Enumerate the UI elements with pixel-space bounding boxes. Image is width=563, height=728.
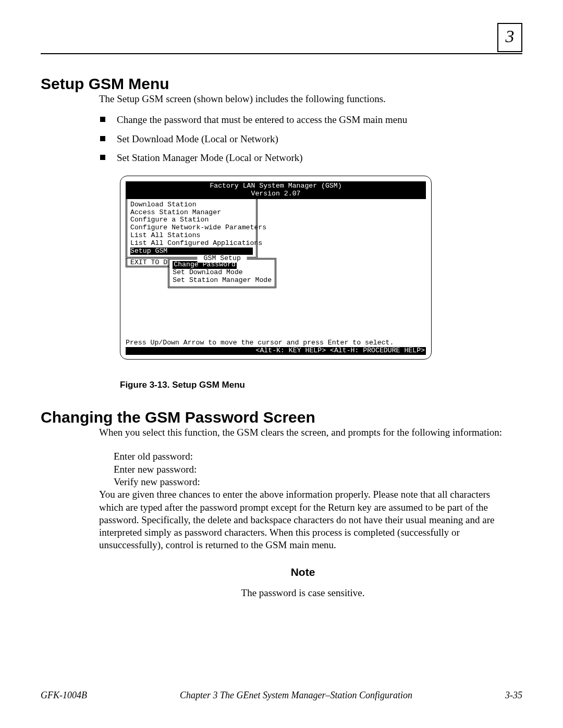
- terminal-title-line2: Version 2.07: [251, 190, 301, 198]
- heading-setup-gsm-menu: Setup GSM Menu: [41, 75, 522, 93]
- terminal-help-line: Press Up/Down Arrow to move the cursor a…: [126, 339, 426, 347]
- terminal-exit-label: EXIT TO D: [126, 258, 169, 267]
- heading-changing-password: Changing the GSM Password Screen: [41, 409, 522, 426]
- terminal-screenshot: Factory LAN System Manager (GSM)Version …: [120, 176, 432, 360]
- menu-item-selected: Setup GSM: [130, 248, 253, 255]
- bullet-item: Set Download Mode (Local or Network): [99, 133, 507, 145]
- terminal-footer: <Alt-K: KEY HELP> <Alt-H: PROCEDURE HELP…: [126, 347, 426, 355]
- section2-paragraph: You are given three chances to enter the…: [99, 488, 507, 552]
- terminal-submenu: GSM Setup Change Password Set Download M…: [168, 258, 276, 288]
- page: 3 Setup GSM Menu The Setup GSM screen (s…: [0, 0, 563, 728]
- note-body: The password is case sensitive.: [99, 587, 507, 599]
- menu-item: List All Stations: [130, 232, 253, 240]
- section1-body: The Setup GSM screen (shown below) inclu…: [99, 93, 507, 391]
- prompt-line: Verify new password:: [114, 476, 507, 488]
- menu-item: Configure a Station: [130, 216, 253, 224]
- bullet-item: Change the password that must be entered…: [99, 114, 507, 126]
- menu-item: Configure Network-wide Parameters: [130, 224, 253, 232]
- header-rule: [41, 53, 522, 54]
- section2-intro: When you select this function, the GSM c…: [99, 426, 507, 439]
- terminal-sub-row: EXIT TO D GSM Setup Change Password Set …: [126, 258, 426, 288]
- menu-item: Download Station: [130, 201, 253, 209]
- terminal-gap: [126, 288, 426, 338]
- terminal-title: Factory LAN System Manager (GSM)Version …: [126, 181, 426, 199]
- submenu-item: Set Download Mode: [173, 269, 272, 277]
- page-footer: GFK-1004B Chapter 3 The GEnet System Man…: [41, 690, 522, 701]
- footer-right: 3-35: [505, 690, 522, 701]
- password-prompts: Enter old password: Enter new password: …: [114, 450, 507, 488]
- section2-body: When you select this function, the GSM c…: [99, 426, 507, 599]
- submenu-item: Set Station Manager Mode: [173, 277, 272, 285]
- terminal-title-line1: Factory LAN System Manager (GSM): [210, 182, 341, 190]
- section-setup-gsm-menu: Setup GSM Menu The Setup GSM screen (sho…: [41, 75, 522, 391]
- menu-item: Access Station Manager: [130, 209, 253, 217]
- section1-intro: The Setup GSM screen (shown below) inclu…: [99, 93, 507, 105]
- chapter-number-box: 3: [497, 23, 522, 52]
- section1-bullets: Change the password that must be entered…: [99, 114, 507, 164]
- figure-caption: Figure 3-13. Setup GSM Menu: [120, 379, 507, 391]
- footer-center: Chapter 3 The GEnet System Manager–Stati…: [87, 690, 505, 701]
- terminal-main-menu: Download Station Access Station Manager …: [126, 199, 258, 258]
- submenu-title: GSM Setup: [198, 255, 247, 263]
- menu-item: List All Configured Applications: [130, 240, 253, 248]
- prompt-line: Enter new password:: [114, 463, 507, 476]
- note-heading: Note: [99, 565, 507, 579]
- footer-left: GFK-1004B: [41, 690, 87, 701]
- bullet-item: Set Station Manager Mode (Local or Netwo…: [99, 152, 507, 164]
- prompt-line: Enter old password:: [114, 450, 507, 463]
- section-changing-password: Changing the GSM Password Screen When yo…: [41, 409, 522, 599]
